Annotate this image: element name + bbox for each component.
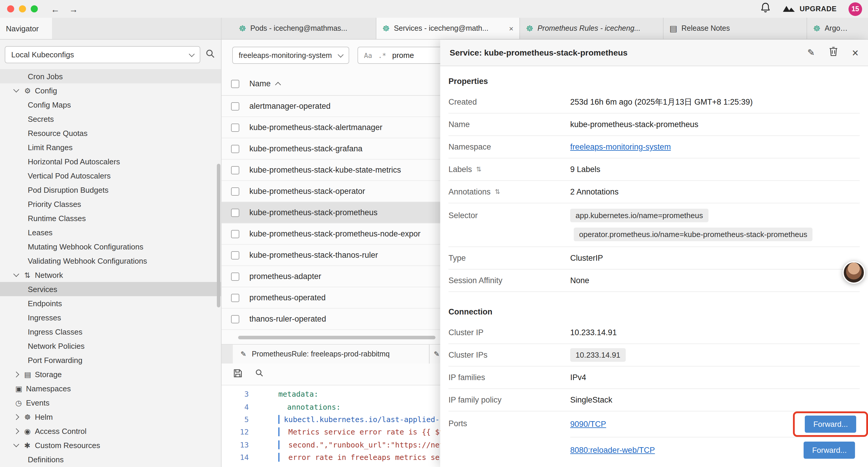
edit-pencil-icon: ✎ (241, 350, 246, 358)
sidebar-scrollbar-thumb[interactable] (217, 164, 220, 308)
line-text: second.","runbook_url":"https://net (278, 440, 444, 449)
sidebar-tree-item[interactable]: ◷ Events (0, 396, 221, 410)
kubeconfig-select[interactable]: Local Kubeconfigs (5, 46, 200, 63)
row-checkbox[interactable] (231, 102, 239, 110)
tree-item-label: Resource Quotas (28, 128, 88, 138)
select-all-checkbox[interactable] (231, 80, 239, 88)
editor-search-icon[interactable] (255, 369, 264, 380)
sidebar-tree-item[interactable]: Definitions (0, 452, 221, 466)
navigator-label: Navigator (6, 24, 39, 33)
sidebar-tree-item[interactable]: Port Forwarding (0, 353, 221, 367)
service-name: kube-prometheus-stack-alertmanager (249, 123, 382, 132)
cluster-tab[interactable]: ▤ Release Notes (663, 18, 807, 39)
cluster-tab[interactable]: ☸ Argo Se (807, 18, 860, 39)
sidebar-tree-item[interactable]: Services (0, 282, 221, 296)
sidebar-tree-item[interactable]: ⇅ Network (0, 268, 221, 282)
row-checkbox[interactable] (231, 315, 239, 323)
tree-item-label: Ingresses (28, 313, 61, 322)
maximize-window-button[interactable] (31, 5, 38, 12)
sidebar-tree-item[interactable]: Resource Quotas (0, 126, 221, 140)
save-icon[interactable] (234, 369, 242, 380)
row-checkbox[interactable] (231, 293, 239, 302)
sidebar-tree-item[interactable]: ☸ Helm (0, 410, 221, 424)
row-checkbox[interactable] (231, 187, 239, 195)
sidebar-tree-item[interactable]: Validating Webhook Configurations (0, 254, 221, 268)
port-forward-button[interactable]: Forward... (805, 415, 856, 433)
kubeconfig-select-value: Local Kubeconfigs (11, 50, 74, 59)
expand-toggle-icon[interactable]: ⇅ (495, 188, 500, 196)
sidebar-tree-item[interactable]: Horizontal Pod Autoscalers (0, 154, 221, 169)
main-content: Local Kubeconfigs Cron Jobs (0, 39, 868, 467)
row-checkbox[interactable] (231, 145, 239, 153)
chevron-icon (13, 428, 19, 434)
namespace-link[interactable]: freeleaps-monitoring-system (570, 143, 671, 151)
row-checkbox[interactable] (231, 208, 239, 217)
port-link[interactable]: 8080:reloader-web/TCP (570, 445, 655, 454)
titlebar: ← → UPGRADE 15 (0, 0, 868, 18)
notification-bell-icon[interactable] (761, 2, 771, 16)
line-number: 13 (222, 440, 249, 449)
navigator-tab[interactable]: Navigator (0, 18, 52, 39)
horizontal-scrollbar-thumb[interactable] (238, 336, 435, 339)
row-checkbox[interactable] (231, 123, 239, 132)
property-row-ip-families: IP families IPv4 (448, 367, 860, 389)
sidebar-tree-item[interactable]: Mutating Webhook Configurations (0, 239, 221, 254)
cluster-tab[interactable]: ☸ Services - icecheng@math... × (376, 18, 520, 39)
notification-count-badge[interactable]: 15 (848, 2, 862, 16)
sidebar-tree-item[interactable]: Vertical Pod Autoscalers (0, 169, 221, 183)
tree-item-icon: ◷ (16, 398, 26, 407)
sidebar-tree-item[interactable]: Priority Classes (0, 197, 221, 211)
close-icon[interactable]: × (852, 47, 859, 58)
namespace-select[interactable]: freeleaps-monitoring-system (232, 47, 349, 64)
sidebar-tree-item[interactable]: Endpoints (0, 296, 221, 310)
sidebar-tree-item[interactable]: ◉ Access Control (0, 424, 221, 438)
tree-item-label: Events (26, 398, 50, 407)
labels-value[interactable]: 9 Labels (570, 165, 600, 174)
row-checkbox[interactable] (231, 251, 239, 259)
port-link[interactable]: 9090/TCP (570, 420, 606, 429)
horizontal-scrollbar[interactable] (222, 334, 441, 341)
sidebar-tree-item[interactable]: ▤ Storage (0, 367, 221, 381)
sidebar-tree-item[interactable]: Config Maps (0, 97, 221, 112)
sidebar-tree-item[interactable]: ✱ Custom Resources (0, 438, 221, 452)
tree-item-icon: ◉ (24, 427, 35, 435)
close-window-button[interactable] (7, 5, 14, 12)
sidebar-tree-item[interactable]: Network Policies (0, 339, 221, 353)
tree-item-label: Network Policies (28, 341, 85, 350)
cluster-tab[interactable]: ☸ Pods - icecheng@mathmas... (233, 18, 376, 39)
annotations-value[interactable]: 2 Annotations (570, 187, 619, 196)
sidebar-tree-item[interactable]: Ingress Classes (0, 324, 221, 339)
delete-trash-icon[interactable] (829, 47, 838, 59)
dock-tab-partial[interactable]: ✎ (430, 345, 441, 363)
sidebar-tree-item[interactable]: ⚙ Config (0, 83, 221, 97)
close-icon[interactable]: × (509, 24, 514, 33)
edit-pencil-icon[interactable]: ✎ (807, 47, 815, 58)
cluster-tab[interactable]: ☸ Prometheus Rules - icecheng... (520, 18, 663, 39)
row-checkbox[interactable] (231, 230, 239, 238)
sidebar-tree-item[interactable]: ▣ Namespaces (0, 381, 221, 396)
name-column-header[interactable]: Name (249, 79, 280, 88)
sidebar-tree-item[interactable]: Runtime Classes (0, 211, 221, 225)
forward-arrow-icon[interactable]: → (69, 4, 78, 14)
sidebar-tree-item[interactable]: Pod Disruption Budgets (0, 183, 221, 197)
sidebar-tree-item[interactable]: Cron Jobs (0, 69, 221, 83)
kubernetes-icon: ☸ (382, 24, 390, 33)
sidebar-tree-item[interactable]: Limit Ranges (0, 140, 221, 154)
upgrade-button[interactable]: UPGRADE (782, 4, 837, 14)
regex-toggle[interactable]: .* (378, 51, 386, 59)
back-arrow-icon[interactable]: ← (51, 4, 60, 14)
search-icon[interactable] (206, 49, 215, 61)
match-case-toggle[interactable]: Aa (364, 51, 372, 59)
sidebar-tree-item[interactable]: Ingresses (0, 310, 221, 324)
sidebar-tree-item[interactable]: Leases (0, 225, 221, 239)
window-controls (7, 5, 38, 12)
row-checkbox[interactable] (231, 166, 239, 174)
sidebar-tree-item[interactable]: Secrets (0, 112, 221, 126)
expand-toggle-icon[interactable]: ⇅ (476, 166, 482, 173)
sidebar-tree: Cron Jobs ⚙ Config Config Maps (0, 69, 221, 466)
minimize-window-button[interactable] (19, 5, 26, 12)
dock-tab-prometheusrule[interactable]: ✎ PrometheusRule: freeleaps-prod-rabbitm… (233, 345, 430, 363)
port-forward-button[interactable]: Forward... (804, 441, 855, 459)
support-chat-avatar[interactable] (843, 261, 865, 284)
row-checkbox[interactable] (231, 272, 239, 281)
